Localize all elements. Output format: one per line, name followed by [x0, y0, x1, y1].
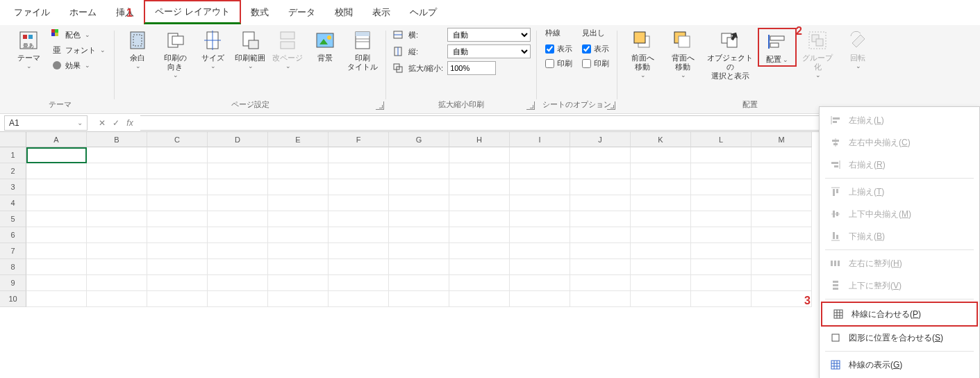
cell[interactable] [268, 227, 329, 243]
cell[interactable] [147, 291, 208, 307]
cell[interactable] [329, 275, 389, 291]
cell[interactable] [208, 179, 268, 195]
cell[interactable] [449, 259, 510, 275]
cell[interactable] [631, 259, 691, 275]
cell[interactable] [631, 211, 691, 227]
cell[interactable] [389, 195, 449, 211]
menu-align-center-h[interactable]: 左右中央揃え(C) [820, 131, 979, 154]
cell[interactable] [691, 179, 751, 195]
cell[interactable] [87, 211, 147, 227]
cell[interactable] [389, 179, 449, 195]
cell[interactable] [26, 259, 87, 275]
tab-data[interactable]: データ [279, 2, 325, 23]
cell[interactable] [449, 291, 510, 307]
row-header[interactable]: 10 [0, 291, 26, 307]
cell[interactable] [691, 163, 751, 179]
cell[interactable] [389, 163, 449, 179]
width-select[interactable]: 自動 [447, 28, 531, 42]
fx-icon[interactable]: fx [124, 118, 136, 128]
menu-align-bottom[interactable]: 下揃え(B) [820, 225, 979, 247]
menu-distribute-v[interactable]: 上下に整列(V) [820, 274, 979, 297]
column-header[interactable]: C [147, 132, 208, 147]
cell[interactable] [147, 179, 208, 195]
column-header[interactable]: H [449, 132, 510, 147]
cell[interactable] [208, 275, 268, 291]
cell[interactable] [147, 243, 208, 259]
cell[interactable] [570, 259, 631, 275]
cell[interactable] [510, 275, 570, 291]
cell[interactable] [87, 179, 147, 195]
column-header[interactable]: I [510, 132, 570, 147]
cell[interactable] [147, 163, 208, 179]
cell[interactable] [631, 291, 691, 307]
background-button[interactable]: 背景 [308, 28, 342, 64]
cancel-formula-icon[interactable]: ✕ [96, 118, 108, 128]
cell[interactable] [691, 211, 751, 227]
cell[interactable] [751, 275, 812, 291]
cell[interactable] [268, 291, 329, 307]
cell[interactable] [26, 275, 87, 291]
row-header[interactable]: 7 [0, 243, 26, 259]
cell[interactable] [268, 275, 329, 291]
headings-print-checkbox[interactable]: 印刷 [582, 58, 609, 69]
bring-forward-button[interactable]: 前面へ 移動 [623, 28, 662, 81]
cell[interactable] [329, 147, 389, 163]
cell[interactable] [268, 195, 329, 211]
menu-align-middle-v[interactable]: 上下中央揃え(M) [820, 203, 979, 225]
column-header[interactable]: G [389, 132, 449, 147]
column-header[interactable]: E [268, 132, 329, 147]
cell[interactable] [208, 243, 268, 259]
tab-review[interactable]: 校閲 [325, 2, 363, 23]
cell[interactable] [389, 259, 449, 275]
name-box[interactable]: A1 [4, 115, 88, 131]
cell[interactable] [389, 211, 449, 227]
cell[interactable] [751, 163, 812, 179]
cell[interactable] [208, 259, 268, 275]
cell[interactable] [268, 259, 329, 275]
cell[interactable] [26, 179, 87, 195]
cell[interactable] [268, 147, 329, 163]
size-button[interactable]: サイズ [195, 28, 230, 72]
cell[interactable] [329, 179, 389, 195]
cell[interactable] [631, 227, 691, 243]
cell[interactable] [329, 211, 389, 227]
cell[interactable] [147, 211, 208, 227]
cell[interactable] [147, 147, 208, 163]
column-header[interactable]: M [751, 132, 812, 147]
cell[interactable] [751, 243, 812, 259]
cell[interactable] [87, 227, 147, 243]
cell[interactable] [751, 291, 812, 307]
cell[interactable] [449, 275, 510, 291]
cell[interactable] [208, 163, 268, 179]
cell[interactable] [268, 211, 329, 227]
cell[interactable] [510, 179, 570, 195]
print-titles-button[interactable]: 印刷 タイトル [345, 28, 380, 73]
menu-view-gridlines[interactable]: 枠線の表示(G) [820, 354, 979, 376]
fonts-button[interactable]: 亜フォント [49, 43, 108, 57]
row-header[interactable]: 6 [0, 227, 26, 243]
cell[interactable] [208, 195, 268, 211]
cell[interactable] [570, 275, 631, 291]
cell[interactable] [449, 163, 510, 179]
cell[interactable] [26, 163, 87, 179]
column-header[interactable]: F [329, 132, 389, 147]
cell[interactable] [87, 259, 147, 275]
send-backward-button[interactable]: 背面へ 移動 [663, 28, 702, 81]
cell[interactable] [329, 195, 389, 211]
cell[interactable] [570, 227, 631, 243]
cell[interactable] [751, 211, 812, 227]
cell[interactable] [570, 179, 631, 195]
cell[interactable] [26, 227, 87, 243]
selection-pane-button[interactable]: オブジェクトの 選択と表示 [704, 28, 756, 83]
row-header[interactable]: 3 [0, 179, 26, 195]
cell[interactable] [389, 147, 449, 163]
scale-input[interactable] [447, 61, 496, 75]
column-header[interactable]: D [208, 132, 268, 147]
cell[interactable] [87, 275, 147, 291]
column-header[interactable]: L [691, 132, 751, 147]
tab-home[interactable]: ホーム [60, 2, 106, 23]
cell[interactable] [208, 227, 268, 243]
cell[interactable] [26, 291, 87, 307]
tab-file[interactable]: ファイル [4, 2, 60, 23]
print-area-button[interactable]: 印刷範囲 [233, 28, 267, 72]
